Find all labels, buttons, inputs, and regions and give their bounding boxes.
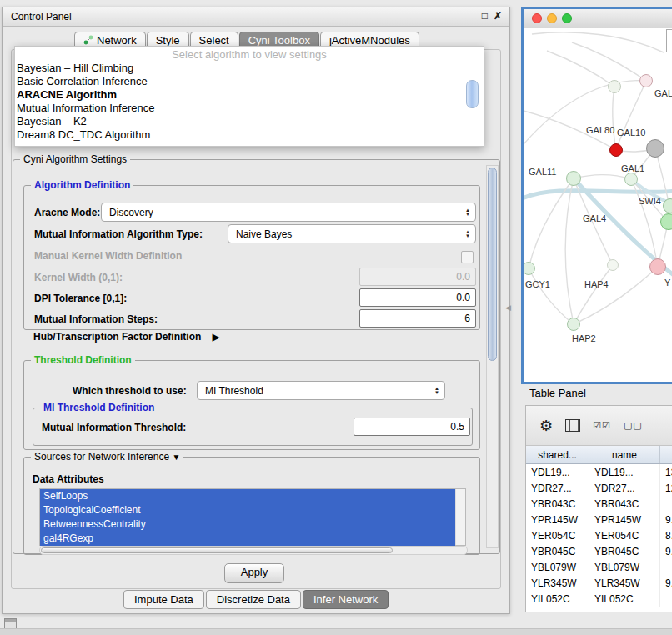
window-resize-strip [0, 628, 672, 635]
zoom-button[interactable] [562, 13, 572, 23]
mi-threshold-label: Mutual Information Threshold: [42, 422, 186, 433]
cell-shared: YPR145W [526, 512, 589, 528]
cell-value: 9. [660, 512, 672, 528]
tab-label: Cyni Toolbox [248, 34, 310, 47]
popup-scrollbar-thumb[interactable] [466, 80, 479, 108]
settings-scrollbar[interactable] [486, 165, 499, 548]
minimize-button[interactable] [547, 13, 557, 23]
collapse-triangle-icon[interactable]: ▼ [172, 452, 180, 462]
table-row[interactable]: YPR145W YPR145W 9. [526, 512, 672, 528]
sources-title[interactable]: Sources for Network Inference ▼ [31, 451, 183, 462]
list-item[interactable]: BetweennessCentrality [40, 518, 455, 532]
hub-section-toggle[interactable]: Hub/Transcription Factor Definition ▶ [33, 331, 219, 342]
tab-label: Select [199, 34, 229, 47]
column-header-name[interactable]: name [589, 446, 660, 463]
cell-name: YPR145W [589, 512, 660, 528]
node-green-gal1[interactable] [624, 172, 638, 186]
aracne-mode-select[interactable]: Discovery ▲▼ [101, 202, 476, 222]
cell-name: YDL19... [589, 464, 660, 480]
mi-threshold-input[interactable] [354, 418, 470, 436]
cell-value [660, 559, 672, 575]
list-item[interactable]: gal4RGexp [40, 532, 455, 546]
fieldset-title: Algorithm Definition [31, 179, 133, 191]
table-row[interactable]: YDL19... YDL19... 13 [526, 464, 672, 480]
node-green-swi4[interactable] [663, 198, 672, 213]
manual-kernel-label: Manual Kernel Width Definition [34, 250, 182, 262]
node-label-hap4: HAP4 [584, 279, 609, 289]
list-vertical-scrollbar[interactable] [455, 489, 465, 545]
clear-all-checks-icon[interactable]: ▢▢ [624, 420, 643, 431]
control-panel-titlebar[interactable]: Control Panel □ ✗ [3, 8, 509, 27]
dropdown-item[interactable]: Bayesian – K2 [15, 115, 484, 128]
node-red-gal10[interactable] [609, 143, 623, 157]
data-attributes-list[interactable]: SelfLoops TopologicalCoefficient Between… [39, 488, 466, 546]
table-row[interactable]: YBR043C YBR043C [526, 496, 672, 512]
settings-scrollbar-thumb[interactable] [488, 168, 497, 361]
table-row[interactable]: YBR045C YBR045C 9. [526, 543, 672, 559]
node-label-hap2: HAP2 [572, 333, 596, 343]
node-pale-top[interactable] [608, 80, 621, 93]
node-green-gal11[interactable] [566, 171, 581, 186]
table-row[interactable]: YDR27... YDR27... 12 [526, 480, 672, 496]
cell-shared: YBR043C [526, 496, 589, 512]
chevron-updown-icon: ▲▼ [434, 387, 439, 395]
dropdown-item[interactable]: Basic Correlation Inference [15, 75, 484, 88]
table-row[interactable]: YLR345W YLR345W 9. [526, 575, 672, 591]
tab-discretize-data[interactable]: Discretize Data [206, 590, 301, 609]
float-window-icon[interactable]: □ [482, 10, 488, 22]
which-threshold-select[interactable]: MI Threshold ▲▼ [197, 381, 445, 400]
node-label-gcy1: GCY1 [525, 279, 550, 289]
node-gray-large[interactable] [646, 139, 664, 158]
select-all-checks-icon[interactable]: ☑☑ [593, 420, 611, 431]
group-title: Cyni Algorithm Settings [20, 153, 130, 165]
list-horizontal-scrollbar-thumb[interactable] [41, 548, 393, 553]
list-item[interactable]: SelfLoops [40, 489, 455, 503]
column-header-shared[interactable]: shared... [526, 446, 589, 463]
close-button[interactable] [532, 13, 542, 23]
list-item[interactable]: TopologicalCoefficient [40, 503, 455, 518]
close-window-icon[interactable]: ✗ [494, 10, 502, 22]
table-panel-title: Table Panel [529, 387, 586, 399]
splitter-collapse-icon[interactable]: ◀ [505, 303, 511, 312]
list-horizontal-scrollbar[interactable] [39, 546, 468, 555]
node-pink-top[interactable] [639, 74, 653, 88]
node-bright-green[interactable] [660, 213, 672, 230]
manual-kernel-checkbox[interactable] [461, 251, 474, 263]
cell-value: 9. [660, 575, 672, 591]
dropdown-placeholder: Select algorithm to view settings [15, 47, 484, 62]
fieldset-title: Threshold Definition [31, 354, 135, 366]
node-table: shared... name YDL19... YDL19... 13 YDR2… [526, 446, 672, 612]
node-pale-mid[interactable] [607, 259, 619, 271]
mi-type-select[interactable]: Naive Bayes ▲▼ [228, 224, 476, 243]
mi-steps-input[interactable] [359, 309, 476, 328]
dropdown-item[interactable]: Bayesian – Hill Climbing [15, 62, 484, 75]
node-green-hap2[interactable] [567, 318, 580, 331]
cell-name: YDR27... [589, 480, 660, 496]
table-panel: ⚙ ☑☑ ▢▢ shared... name YDL19... YDL19...… [525, 405, 672, 612]
network-window-titlebar[interactable] [524, 9, 672, 28]
node-pink-right[interactable] [649, 258, 666, 275]
columns-icon[interactable] [565, 419, 580, 432]
desktop: Control Panel □ ✗ Network Style Select C… [0, 0, 672, 635]
table-row[interactable]: YER054C YER054C 8. [526, 528, 672, 543]
dropdown-item-selected[interactable]: ARACNE Algorithm [15, 88, 484, 102]
tab-impute-data[interactable]: Impute Data [123, 590, 204, 609]
dpi-tolerance-input[interactable] [359, 288, 476, 307]
table-row[interactable]: YBL079W YBL079W [526, 559, 672, 575]
apply-button[interactable]: Apply [224, 563, 284, 583]
gear-icon[interactable]: ⚙ [539, 418, 553, 433]
tab-infer-network[interactable]: Infer Network [303, 590, 389, 609]
network-scrollbar-stub[interactable] [666, 29, 672, 52]
expand-triangle-icon[interactable]: ▶ [213, 332, 219, 342]
table-row[interactable]: YIL052C YIL052C [526, 591, 672, 607]
cell-value: 8. [660, 528, 672, 543]
dropdown-item[interactable]: Dream8 DC_TDC Algorithm [15, 128, 484, 142]
tab-label: Style [156, 34, 180, 47]
cell-shared: YDL19... [526, 464, 589, 480]
which-threshold-label: Which threshold to use: [73, 385, 187, 397]
dropdown-item[interactable]: Mutual Information Inference [15, 102, 484, 115]
kernel-width-input[interactable] [359, 268, 476, 286]
column-header-cut[interactable] [660, 446, 672, 463]
node-label-gal10: GAL10 [617, 128, 645, 138]
network-canvas[interactable]: GAL GAL80 GAL10 GAL11 GAL1 SWI4 GAL4 GCY… [524, 28, 672, 382]
